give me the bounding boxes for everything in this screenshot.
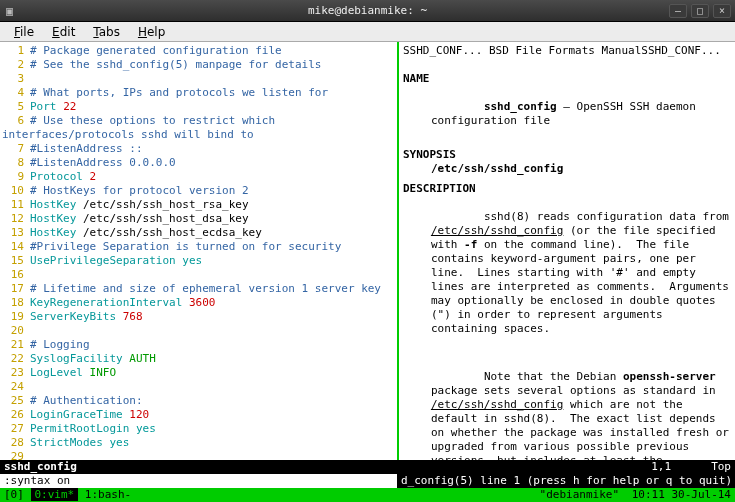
code-token: # Authentication:	[30, 394, 143, 407]
code-token: 2	[90, 170, 97, 183]
code-line[interactable]: 4# What ports, IPs and protocols we list…	[2, 86, 395, 100]
code-token: # Use these options to restrict which in…	[2, 114, 282, 141]
code-token: yes	[109, 436, 129, 449]
code-line[interactable]: 28StrictModes yes	[2, 436, 395, 450]
code-line[interactable]: 24	[2, 380, 395, 394]
code-line[interactable]: 29	[2, 450, 395, 460]
man-desc-p1: sshd(8) reads configuration data from /e…	[403, 196, 731, 350]
code-token: # See the sshd_config(5) manpage for det…	[30, 58, 321, 71]
code-token: LogLevel	[30, 366, 83, 379]
code-line[interactable]: 27PermitRootLogin yes	[2, 422, 395, 436]
man-synopsis-hdr: SYNOPSIS	[403, 148, 731, 162]
code-token: # Logging	[30, 338, 90, 351]
code-line[interactable]: 12HostKey /etc/ssh/ssh_host_dsa_key	[2, 212, 395, 226]
line-number: 29	[2, 450, 24, 460]
code-token: #ListenAddress 0.0.0.0	[30, 156, 176, 169]
menu-tabs[interactable]: Tabs	[85, 23, 128, 41]
minimize-button[interactable]: –	[669, 4, 687, 18]
code-token: # Lifetime and size of ephemeral version…	[30, 282, 381, 295]
vim-command-line[interactable]: :syntax on	[0, 474, 397, 488]
code-line[interactable]: 22SyslogFacility AUTH	[2, 352, 395, 366]
code-line[interactable]: 15UsePrivilegeSeparation yes	[2, 254, 395, 268]
code-token: /etc/ssh/ssh_host_dsa_key	[76, 212, 248, 225]
code-line[interactable]: 23LogLevel INFO	[2, 366, 395, 380]
code-line[interactable]: 18KeyRegenerationInterval 3600	[2, 296, 395, 310]
code-line[interactable]: 26LoginGraceTime 120	[2, 408, 395, 422]
line-number: 26	[2, 408, 24, 422]
code-token: ServerKeyBits	[30, 310, 116, 323]
line-number: 4	[2, 86, 24, 100]
code-token: Package generated configuration file	[37, 44, 282, 57]
vim-status-bar: sshd_config 1,1 Top	[0, 460, 735, 474]
window-title: mike@debianmike: ~	[308, 4, 427, 17]
code-line[interactable]: 8#ListenAddress 0.0.0.0	[2, 156, 395, 170]
code-line[interactable]: 11HostKey /etc/ssh/ssh_host_rsa_key	[2, 198, 395, 212]
code-line[interactable]: 6# Use these options to restrict which i…	[2, 114, 395, 142]
code-token: LoginGraceTime	[30, 408, 123, 421]
tmux-window-0[interactable]: 0:vim*	[31, 488, 79, 501]
window-buttons: – □ ×	[669, 4, 731, 18]
code-line[interactable]: 7#ListenAddress ::	[2, 142, 395, 156]
code-token: #ListenAddress ::	[30, 142, 143, 155]
terminal-icon: ▣	[6, 4, 13, 18]
code-token: # What ports, IPs and protocols we liste…	[30, 86, 328, 99]
code-line[interactable]: 25# Authentication:	[2, 394, 395, 408]
maximize-button[interactable]: □	[691, 4, 709, 18]
vim-pane[interactable]: 1# Package generated configuration file2…	[0, 42, 397, 460]
tmux-clock: 10:11 30-Jul-14	[632, 488, 731, 501]
code-token: 120	[129, 408, 149, 421]
code-line[interactable]: 13HostKey /etc/ssh/ssh_host_ecdsa_key	[2, 226, 395, 240]
line-number: 6	[2, 114, 24, 128]
code-token: HostKey	[30, 226, 76, 239]
man-status-line: d_config(5) line 1 (press h for help or …	[397, 474, 735, 488]
code-token: HostKey	[30, 212, 76, 225]
tmux-window-1[interactable]: 1:bash-	[78, 488, 131, 501]
tmux-session[interactable]: [0]	[4, 488, 24, 501]
man-desc-hdr: DESCRIPTION	[403, 182, 731, 196]
vim-scroll-pos: Top	[711, 460, 731, 474]
code-line[interactable]: 10# HostKeys for protocol version 2	[2, 184, 395, 198]
code-line[interactable]: 9Protocol 2	[2, 170, 395, 184]
code-line[interactable]: 19ServerKeyBits 768	[2, 310, 395, 324]
code-line[interactable]: 21# Logging	[2, 338, 395, 352]
tmux-status-bar: [0] 0:vim* 1:bash- "debianmike" 10:11 30…	[0, 488, 735, 502]
code-line[interactable]: 5Port 22	[2, 100, 395, 114]
code-line[interactable]: 1# Package generated configuration file	[2, 44, 395, 58]
code-line[interactable]: 16	[2, 268, 395, 282]
code-token: UsePrivilegeSeparation	[30, 254, 176, 267]
vim-filename: sshd_config	[4, 460, 77, 474]
code-token	[129, 422, 136, 435]
menu-file[interactable]: File	[6, 23, 42, 41]
code-line[interactable]: 2# See the sshd_config(5) manpage for de…	[2, 58, 395, 72]
code-token: yes	[136, 422, 156, 435]
code-token: 768	[123, 310, 143, 323]
line-number: 15	[2, 254, 24, 268]
line-number: 12	[2, 212, 24, 226]
tmux-host: "debianmike"	[540, 488, 619, 501]
code-token: SyslogFacility	[30, 352, 123, 365]
code-token: HostKey	[30, 198, 76, 211]
code-line[interactable]: 20	[2, 324, 395, 338]
close-button[interactable]: ×	[713, 4, 731, 18]
line-number: 25	[2, 394, 24, 408]
man-name-hdr: NAME	[403, 72, 731, 86]
command-line-row: :syntax on d_config(5) line 1 (press h f…	[0, 474, 735, 488]
line-number: 11	[2, 198, 24, 212]
code-token: KeyRegenerationInterval	[30, 296, 182, 309]
line-number: 14	[2, 240, 24, 254]
line-number: 2	[2, 58, 24, 72]
code-token	[182, 296, 189, 309]
terminal-area[interactable]: 1# Package generated configuration file2…	[0, 42, 735, 502]
code-token: #Privilege Separation is turned on for s…	[30, 240, 341, 253]
menu-help[interactable]: Help	[130, 23, 173, 41]
code-line[interactable]: 3	[2, 72, 395, 86]
menu-edit[interactable]: Edit	[44, 23, 83, 41]
line-number: 18	[2, 296, 24, 310]
code-token: /etc/ssh/ssh_host_rsa_key	[76, 198, 248, 211]
code-token	[116, 310, 123, 323]
line-number: 8	[2, 156, 24, 170]
code-line[interactable]: 17# Lifetime and size of ephemeral versi…	[2, 282, 395, 296]
man-pane[interactable]: SSHD_CONF... BSD File Formats ManualSSHD…	[399, 42, 735, 460]
line-number: 27	[2, 422, 24, 436]
code-line[interactable]: 14#Privilege Separation is turned on for…	[2, 240, 395, 254]
